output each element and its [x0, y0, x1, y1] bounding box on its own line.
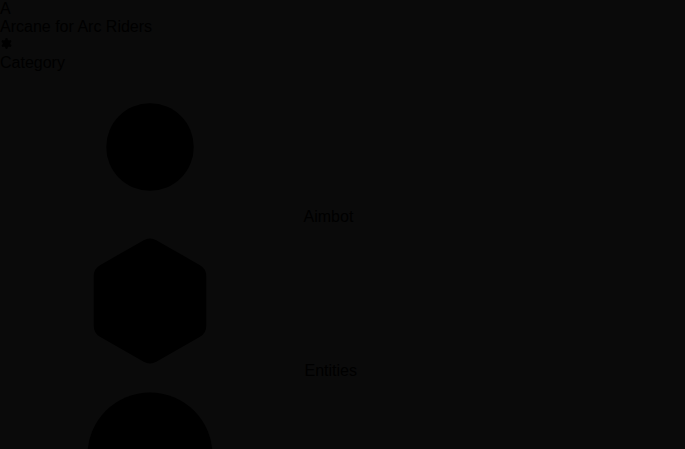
sidebar-item-world[interactable]: World — [0, 380, 685, 449]
brand-text: Arcane for Arc Riders — [0, 18, 685, 36]
category-label: Category — [0, 54, 685, 72]
screen: A Arcane for Arc Riders Category Aimbot … — [0, 0, 685, 449]
sidebar-item-label: Aimbot — [304, 208, 354, 225]
brand-logo: A — [0, 0, 685, 18]
sidebar: A Arcane for Arc Riders Category Aimbot … — [0, 0, 685, 449]
brand-card: A Arcane for Arc Riders — [0, 0, 685, 54]
globe-icon — [0, 380, 300, 449]
brand-subtitle: for Arc Riders — [55, 18, 152, 35]
cube-icon — [0, 226, 300, 376]
crosshair-icon — [0, 72, 300, 222]
game-background-edge — [0, 0, 9, 449]
sidebar-item-entities[interactable]: Entities — [0, 226, 685, 380]
sidebar-item-aimbot[interactable]: Aimbot — [0, 72, 685, 226]
arcane-menu-window: A Arcane for Arc Riders Category Aimbot … — [0, 0, 685, 449]
sidebar-item-label: Entities — [304, 362, 356, 379]
